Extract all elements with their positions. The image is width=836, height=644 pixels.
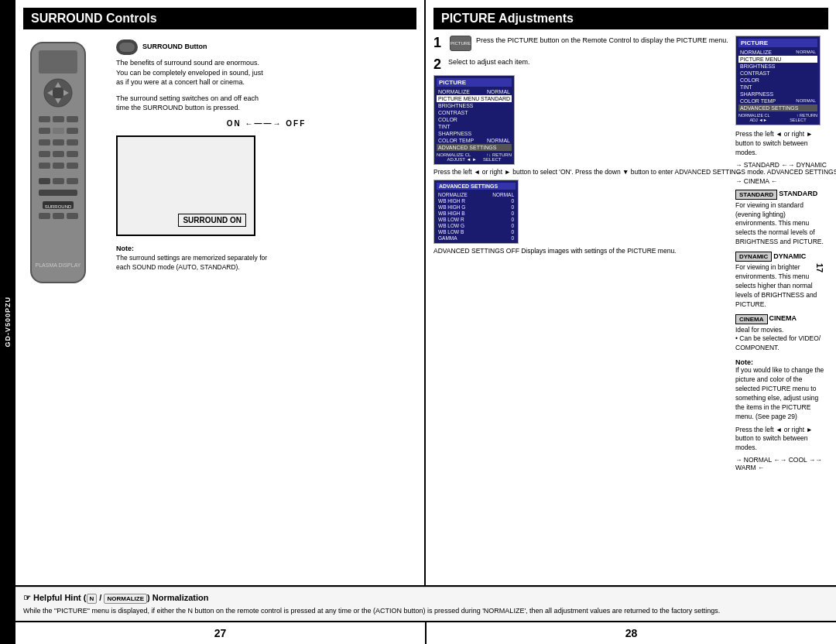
hint-icon: ☞ (23, 593, 33, 602)
surround-content: SURROUND Button The benefits of surround… (116, 36, 416, 128)
svg-rect-16 (67, 139, 78, 146)
svg-text:SURROUND: SURROUND (45, 204, 72, 209)
page-number-right: 28 (427, 622, 836, 644)
surround-on-label: SURROUND ON (178, 214, 246, 227)
surround-button-label: SURROUND Button (142, 43, 207, 50)
color-temp-arrows: → NORMAL ←→ COOL →→ WARM ← (735, 456, 828, 471)
model-number: GD-V500PZU (4, 296, 12, 348)
picture-left-col: 1 PICTURE Press the PICTURE button on th… (433, 36, 729, 472)
svg-rect-26 (39, 190, 77, 196)
cinema-title: CINEMA (769, 314, 797, 322)
vertical-label: GD-V500PZU (0, 0, 15, 644)
svg-rect-9 (53, 116, 64, 122)
svg-rect-29 (39, 213, 50, 219)
color-temp-section: Press the left ◄ or right ► button to sw… (735, 426, 828, 472)
normalize-btn: NORMALIZE (104, 594, 147, 604)
svg-rect-13 (67, 128, 78, 134)
note-label: Note: (116, 245, 134, 252)
svg-point-3 (52, 87, 64, 99)
svg-text:PLASMA DISPLAY: PLASMA DISPLAY (35, 262, 81, 268)
remote-icon: SURROUND PLASMA DISPLAY (23, 39, 93, 286)
svg-rect-22 (67, 163, 78, 169)
svg-rect-20 (39, 163, 50, 169)
svg-rect-25 (67, 178, 78, 184)
picture-note-text: If you would like to change the picture … (735, 366, 828, 421)
cinema-text1: Ideal for movies. (735, 326, 828, 335)
svg-rect-1 (39, 50, 77, 74)
press-switch-desc: Press the left ◄ or right ► button to sw… (735, 130, 828, 158)
step1-number: 1 (433, 36, 441, 50)
svg-rect-18 (53, 151, 64, 157)
standard-text: For viewing in standard (evening lightin… (735, 201, 828, 247)
top-panels: SURROUND Controls (15, 0, 836, 587)
step1-row: 1 PICTURE Press the PICTURE button on th… (433, 36, 729, 51)
svg-rect-10 (67, 116, 78, 122)
cinema-mode: CINEMA CINEMA Ideal for movies. • Can be… (735, 314, 828, 354)
helpful-hint-title: ☞ Helpful Hint (N / NORMALIZE) Normaliza… (23, 592, 828, 604)
svg-rect-12 (53, 128, 64, 134)
step2-row: 2 Select to adjust each item. PICTURE NO… (433, 57, 729, 259)
picture-menu-small: PICTURE NORMALIZENORMAL PICTURE MENU BRI… (735, 36, 828, 125)
svg-rect-8 (39, 116, 50, 122)
svg-rect-24 (53, 178, 64, 184)
helpful-hint-bar: ☞ Helpful Hint (N / NORMALIZE) Normaliza… (15, 587, 836, 621)
surround-title: SURROUND Controls (23, 8, 416, 29)
adv-settings-screenshot: ADVANCED SETTINGS NORMALIZENORMAL WB HIG… (433, 180, 519, 244)
svg-rect-11 (39, 128, 50, 134)
cinema-box-label: CINEMA (735, 314, 768, 324)
picture-right-col: PICTURE NORMALIZENORMAL PICTURE MENU BRI… (735, 36, 828, 472)
surround-desc1: The benefits of surround sound are enorm… (116, 58, 271, 87)
standard-mode: STANDARD STANDARD For viewing in standar… (735, 190, 828, 247)
step1-desc: Press the PICTURE button on the Remote C… (476, 36, 728, 46)
on-off-line: ON ←——→ OFF (116, 119, 416, 128)
surround-desc2: The surround setting switches on and off… (116, 94, 271, 113)
dynamic-mode: DYNAMIC DYNAMIC For viewing in brighter … (735, 252, 828, 309)
cinema-arrow: → CINEMA ← (735, 177, 828, 185)
page-number-left: 27 (15, 622, 427, 644)
standard-title: STANDARD (779, 190, 817, 197)
page-17: 17 (815, 263, 824, 272)
helpful-hint-text: While the "PICTURE" menu is displayed, i… (23, 606, 828, 616)
dynamic-text: For viewing in brighter environments. Th… (735, 263, 828, 309)
svg-rect-17 (39, 151, 50, 157)
svg-rect-15 (53, 139, 64, 146)
remote-area: SURROUND PLASMA DISPLAY (23, 39, 108, 348)
surround-note: Note: The surround settings are memorize… (116, 244, 271, 272)
svg-rect-14 (39, 139, 50, 146)
bottom-bar: 27 28 (15, 621, 836, 644)
main-content: SURROUND Controls (15, 0, 836, 644)
hint-n-button: ( (84, 593, 87, 602)
step2-number: 2 (433, 57, 441, 71)
dynamic-title: DYNAMIC (773, 252, 806, 260)
note-content: The surround settings are memorized sepa… (116, 254, 267, 271)
standard-box-label: STANDARD (735, 190, 777, 200)
step2-controls: PICTURE NORMALIZENORMAL PICTURE MENUSTAN… (433, 75, 729, 260)
cinema-text2: • Can be selected for VIDEO/ COMPONENT. (735, 334, 828, 353)
color-temp-desc: Press the left ◄ or right ► button to sw… (735, 426, 828, 454)
picture-title: PICTURE Adjustments (433, 8, 828, 29)
svg-rect-19 (67, 151, 78, 157)
picture-button-icon: PICTURE (450, 36, 471, 51)
picture-layout: 1 PICTURE Press the PICTURE button on th… (433, 36, 828, 472)
step2-desc: Select to adjust each item. (448, 57, 530, 67)
surround-panel: SURROUND Controls (15, 0, 426, 585)
picture-panel: PICTURE Adjustments 1 PICTURE Press the … (426, 0, 836, 585)
normalize-n-btn: N (87, 594, 98, 604)
std-dyn-arrow: → STANDARD ←→ DYNAMIC ← (735, 161, 828, 176)
svg-rect-31 (67, 213, 78, 219)
svg-rect-21 (53, 163, 64, 169)
screen-display: SURROUND ON (116, 135, 255, 236)
svg-rect-23 (39, 178, 50, 184)
picture-note-label: Note: (735, 358, 753, 366)
picture-note: Note: If you would like to change the pi… (735, 357, 828, 421)
svg-rect-30 (53, 213, 64, 219)
dynamic-box-label: DYNAMIC (735, 252, 772, 262)
